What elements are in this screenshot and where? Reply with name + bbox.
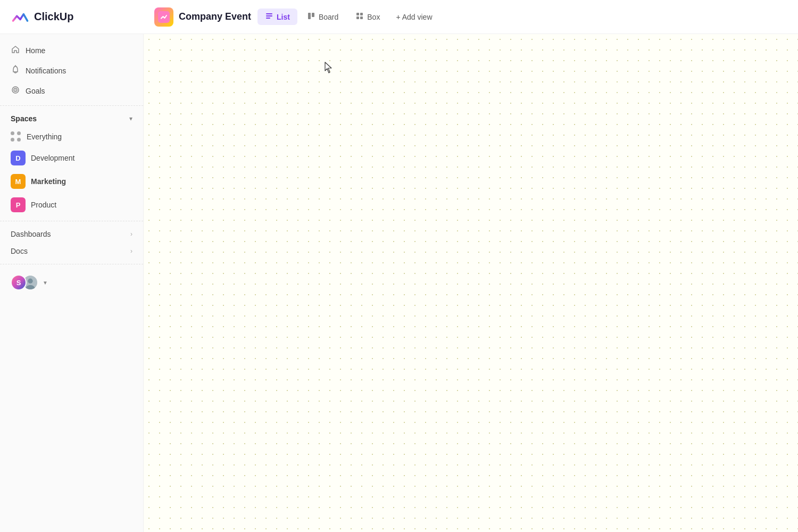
sidebar-item-notifications[interactable]: Notifications [0,61,143,81]
everything-dots-icon [11,131,21,142]
user-area[interactable]: S ▼ [0,269,143,296]
product-badge: P [11,197,26,212]
spaces-chevron-icon: ▾ [129,115,132,122]
spaces-label: Spaces [11,114,37,123]
sidebar-spaces-section[interactable]: Spaces ▾ [0,110,143,127]
svg-rect-4 [308,13,311,19]
sidebar-item-docs[interactable]: Docs › [0,243,143,260]
dashboards-chevron-icon: › [130,230,132,238]
sidebar-item-marketing-label: Marketing [31,177,132,186]
tab-list-label: List [277,13,290,21]
sidebar-item-notifications-label: Notifications [26,66,132,75]
sidebar-item-development-label: Development [31,154,132,162]
sidebar-divider-3 [0,264,143,264]
marketing-badge-letter: M [15,178,21,186]
marketing-badge: M [11,174,26,189]
sidebar-item-everything[interactable]: Everything [0,127,143,146]
header-project: Company Event [154,7,251,27]
project-icon [154,7,173,27]
board-icon [307,12,315,22]
sidebar-item-dashboards[interactable]: Dashboards › [0,226,143,243]
tab-box[interactable]: Box [348,9,387,25]
sidebar-item-product-label: Product [31,201,132,209]
product-badge-letter: P [16,201,21,209]
tab-board-label: Board [319,13,338,21]
sidebar-divider-1 [0,105,143,106]
tab-board[interactable]: Board [300,9,346,25]
clickup-logo-icon [11,7,30,27]
user-avatars: S [11,274,38,291]
development-badge: D [11,151,26,165]
sidebar-item-home-label: Home [26,46,132,55]
add-view-button[interactable]: + Add view [389,10,438,24]
avatar-primary: S [11,275,27,290]
sidebar: Home Notifications Goals [0,34,144,532]
logo-area: ClickUp [11,7,154,27]
svg-rect-2 [266,15,272,16]
svg-rect-9 [360,16,363,19]
svg-point-13 [15,89,16,90]
sidebar-item-everything-label: Everything [27,132,132,141]
sidebar-item-goals[interactable]: Goals [0,81,143,101]
list-icon [265,12,273,22]
goals-icon [11,85,20,97]
project-title: Company Event [179,11,251,22]
svg-rect-7 [360,13,363,15]
sidebar-item-development[interactable]: D Development [0,146,143,170]
svg-rect-8 [356,16,359,19]
docs-chevron-icon: › [130,247,132,255]
home-icon [11,45,20,56]
header: ClickUp Company Event [0,0,798,34]
sidebar-item-home[interactable]: Home [0,40,143,61]
cursor-pointer [325,62,333,72]
sidebar-item-goals-label: Goals [26,87,132,95]
tab-box-label: Box [367,13,380,21]
sidebar-divider-2 [0,221,143,221]
sidebar-item-dashboards-label: Dashboards [11,230,125,238]
sidebar-item-product[interactable]: P Product [0,193,143,217]
bell-icon [11,65,20,77]
svg-rect-6 [356,13,359,15]
svg-rect-5 [312,13,314,17]
main-content [144,34,798,532]
development-badge-letter: D [15,154,20,162]
user-chevron-icon: ▼ [43,280,48,286]
sidebar-item-marketing[interactable]: M Marketing [0,170,143,193]
svg-rect-1 [266,13,272,14]
sidebar-item-docs-label: Docs [11,247,125,255]
box-icon [355,12,364,22]
layout: Home Notifications Goals [0,34,798,532]
header-nav: Company Event List Board [154,7,787,27]
add-view-label: + Add view [396,13,432,21]
svg-rect-3 [266,18,270,19]
logo-text: ClickUp [34,11,73,23]
tab-list[interactable]: List [257,9,297,25]
svg-point-15 [28,279,32,284]
